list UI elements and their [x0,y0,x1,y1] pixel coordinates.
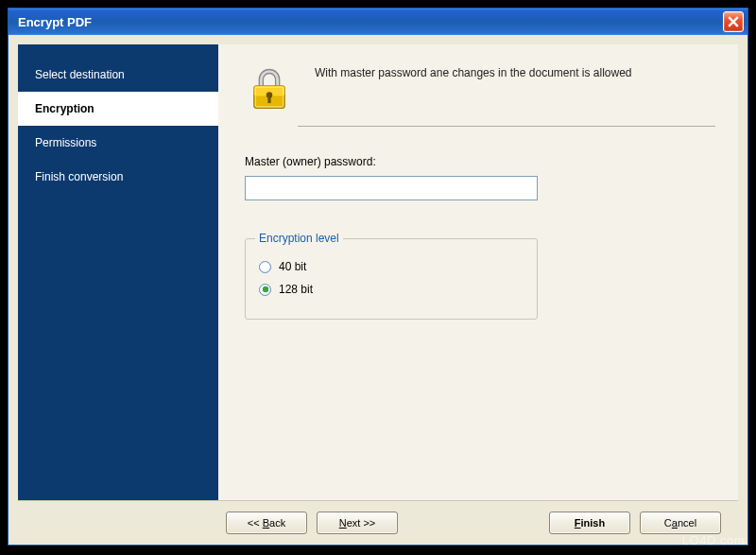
header-divider [298,126,715,127]
titlebar: Encrypt PDF [9,9,747,35]
main-panel: With master password ane changes in the … [218,44,738,500]
radio-40bit[interactable]: 40 bit [259,260,524,273]
master-password-input[interactable] [245,176,538,200]
finish-button[interactable]: Finish [549,512,630,534]
radio-label: 128 bit [279,283,313,296]
sidebar-item-select-destination[interactable]: Select destination [18,58,218,92]
password-label: Master (owner) password: [245,155,715,168]
encryption-level-group: Encryption level 40 bit 128 bit [245,238,538,320]
sidebar-item-label: Permissions [35,136,96,149]
sidebar-item-label: Encryption [35,102,94,115]
radio-label: 40 bit [279,260,306,273]
sidebar-item-label: Select destination [35,68,125,81]
sidebar-item-label: Finish conversion [35,170,123,183]
wizard-sidebar: Select destination Encryption Permission… [18,44,218,500]
group-legend: Encryption level [255,232,343,245]
close-icon [728,16,739,27]
sidebar-item-encryption[interactable]: Encryption [18,92,218,126]
radio-icon [259,284,271,296]
next-button[interactable]: Next >> [317,512,398,534]
svg-rect-4 [267,95,270,103]
cancel-button[interactable]: Cancel [640,512,721,534]
button-bar: << Back Next >> Finish Cancel [9,501,747,545]
window-title: Encrypt PDF [18,15,723,29]
body-area: Select destination Encryption Permission… [9,35,747,500]
sidebar-item-permissions[interactable]: Permissions [18,126,218,160]
step-description: With master password ane changes in the … [315,61,632,118]
close-button[interactable] [723,11,744,32]
radio-128bit[interactable]: 128 bit [259,283,524,296]
radio-icon [259,261,271,273]
sidebar-item-finish-conversion[interactable]: Finish conversion [18,160,218,194]
back-button[interactable]: << Back [226,512,307,534]
header-row: With master password ane changes in the … [241,61,715,118]
dialog-window: Encrypt PDF Select destination Encryptio… [8,8,748,546]
lock-icon [241,61,298,118]
